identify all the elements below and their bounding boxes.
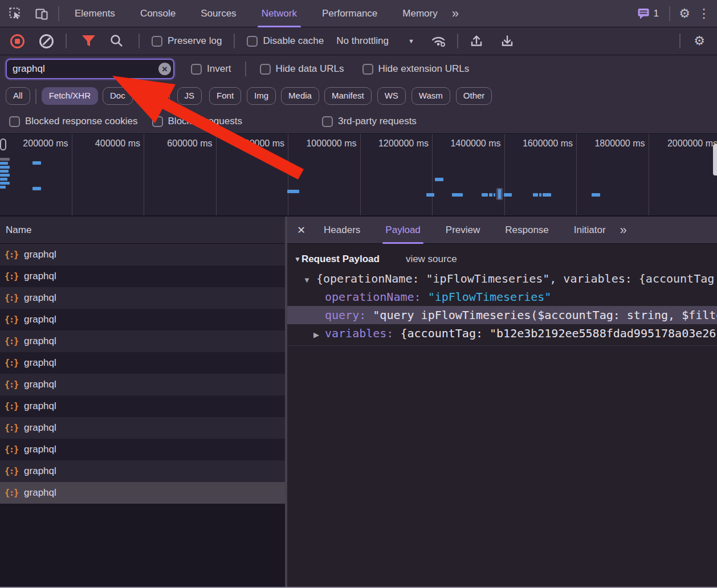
checkbox	[191, 64, 202, 75]
payload-variables-line[interactable]: ▶variables: {accountTag: "b12e3b2192ee55…	[287, 324, 717, 342]
filter-toggle-button[interactable]	[79, 31, 98, 51]
request-row[interactable]: {:}graphql	[0, 352, 285, 374]
tab-memory[interactable]: Memory	[394, 0, 446, 27]
timeline-mark	[32, 161, 41, 165]
chip-wasm[interactable]: Wasm	[412, 87, 450, 105]
inspect-cursor-icon	[9, 7, 22, 21]
chip-css[interactable]: CSS	[137, 87, 170, 105]
network-settings-button[interactable]: ⚙	[690, 31, 709, 51]
request-row[interactable]: {:}graphql	[0, 417, 285, 439]
timeline-mark	[494, 193, 495, 197]
payload-root-line[interactable]: ▼{operationName: "ipFlowTimeseries", var…	[287, 270, 717, 288]
chip-fetch-xhr[interactable]: Fetch/XHR	[42, 87, 98, 105]
separator	[669, 6, 670, 21]
upload-icon	[470, 34, 483, 48]
request-row[interactable]: {:}graphql	[0, 395, 285, 417]
tab-console[interactable]: Console	[132, 0, 184, 27]
payload-query-line-highlighted[interactable]: query: "query ipFlowTimeseries($accountT…	[287, 306, 717, 324]
blocked-requests-checkbox[interactable]: Blocked requests	[152, 116, 242, 127]
record-network-log-button[interactable]	[10, 34, 25, 48]
timeline-right-handle[interactable]	[713, 144, 717, 175]
request-payload-section-header[interactable]: ▼ Request Payload view source	[287, 244, 717, 270]
checkbox	[152, 36, 162, 47]
clear-network-log-button[interactable]	[39, 34, 54, 48]
request-row[interactable]: {:}graphql	[0, 439, 285, 460]
name-column-header[interactable]: Name	[0, 217, 285, 244]
throttling-value: No throttling	[336, 35, 389, 47]
issues-counter[interactable]: 1	[632, 7, 665, 20]
timeline-column: 200000 ms	[0, 134, 72, 215]
chip-img[interactable]: Img	[247, 87, 276, 105]
network-main-area: Name {:}graphql {:}graphql {:}graphql {:…	[0, 217, 717, 588]
third-party-requests-checkbox[interactable]: 3rd-party requests	[322, 116, 417, 127]
preserve-log-checkbox[interactable]: Preserve log	[152, 35, 222, 47]
timeline-column: 1600000 ms	[505, 134, 577, 215]
chip-media[interactable]: Media	[281, 87, 319, 105]
chip-font[interactable]: Font	[209, 87, 241, 105]
timeline-left-handle[interactable]	[0, 138, 6, 150]
more-tabs-icon[interactable]: »	[614, 223, 632, 238]
tab-elements[interactable]: Elements	[66, 0, 124, 27]
tab-network[interactable]: Network	[253, 0, 305, 27]
tab-performance[interactable]: Performance	[313, 0, 386, 27]
funnel-icon	[82, 35, 96, 47]
request-row[interactable]: {:}graphql	[0, 266, 285, 287]
network-overview-timeline[interactable]: 200000 ms 400000 ms 600000 ms 800000 ms …	[0, 134, 717, 217]
export-har-button[interactable]	[498, 31, 517, 51]
timeline-label: 1600000 ms	[523, 138, 573, 148]
timeline-column: 1400000 ms	[433, 134, 505, 215]
invert-checkbox[interactable]: Invert	[191, 63, 231, 75]
chip-other[interactable]: Other	[456, 87, 492, 105]
more-tabs-icon[interactable]: »	[446, 6, 463, 21]
blocked-response-cookies-checkbox[interactable]: Blocked response cookies	[9, 116, 138, 127]
collapse-triangle-icon: ▼	[303, 276, 311, 284]
collapse-triangle-icon: ▼	[294, 255, 301, 263]
request-row[interactable]: {:}graphql	[0, 244, 285, 266]
payload-operation-line: operationName: "ipFlowTimeseries"	[287, 288, 717, 306]
tab-initiator[interactable]: Initiator	[565, 217, 614, 244]
resource-type-filters: All Fetch/XHR Doc CSS JS Font Img Media …	[0, 83, 717, 109]
request-row[interactable]: {:}graphql	[0, 460, 285, 482]
disable-cache-checkbox[interactable]: Disable cache	[247, 35, 324, 47]
separator	[58, 6, 59, 21]
separator	[234, 34, 235, 48]
hide-data-urls-checkbox[interactable]: Hide data URLs	[260, 63, 344, 75]
request-row[interactable]: {:}graphql	[0, 287, 285, 309]
filter-input[interactable]	[6, 59, 174, 79]
request-row[interactable]: {:}graphql	[0, 309, 285, 330]
fetch-json-icon: {:}	[5, 379, 18, 390]
devtools-window: Elements Console Sources Network Perform…	[0, 0, 717, 588]
chip-manifest[interactable]: Manifest	[324, 87, 372, 105]
device-toolbar-button[interactable]	[32, 4, 51, 23]
request-row-selected[interactable]: {:}graphql	[0, 482, 285, 504]
request-row[interactable]: {:}graphql	[0, 330, 285, 352]
timeline-mark	[435, 178, 443, 181]
chip-ws[interactable]: WS	[377, 87, 406, 105]
separator	[245, 62, 246, 76]
close-details-button[interactable]: ✕	[287, 224, 315, 236]
inspect-element-button[interactable]	[6, 4, 25, 23]
tab-response[interactable]: Response	[496, 217, 557, 244]
tab-payload[interactable]: Payload	[377, 217, 429, 244]
tab-headers[interactable]: Headers	[315, 217, 369, 244]
timeline-mark	[0, 182, 10, 185]
tab-sources[interactable]: Sources	[192, 0, 245, 27]
network-conditions-button[interactable]	[429, 31, 449, 51]
timeline-mark	[539, 193, 541, 197]
chip-all[interactable]: All	[6, 87, 30, 105]
settings-button[interactable]: ⚙	[675, 4, 694, 23]
request-row[interactable]: {:}graphql	[0, 374, 285, 395]
main-menu-button[interactable]: ⋮	[694, 4, 714, 23]
import-har-button[interactable]	[467, 31, 486, 51]
view-source-link[interactable]: view source	[406, 254, 457, 265]
hide-extension-urls-checkbox[interactable]: Hide extension URLs	[362, 63, 470, 75]
timeline-label: 400000 ms	[95, 138, 140, 148]
throttling-dropdown[interactable]: No throttling ▼	[336, 35, 414, 47]
search-button[interactable]	[107, 31, 127, 51]
tab-preview[interactable]: Preview	[437, 217, 488, 244]
chip-js[interactable]: JS	[177, 87, 202, 105]
clear-filter-button[interactable]: ✕	[158, 63, 171, 75]
chip-doc[interactable]: Doc	[103, 87, 133, 105]
fetch-json-icon: {:}	[5, 488, 18, 498]
fetch-json-icon: {:}	[5, 358, 18, 368]
